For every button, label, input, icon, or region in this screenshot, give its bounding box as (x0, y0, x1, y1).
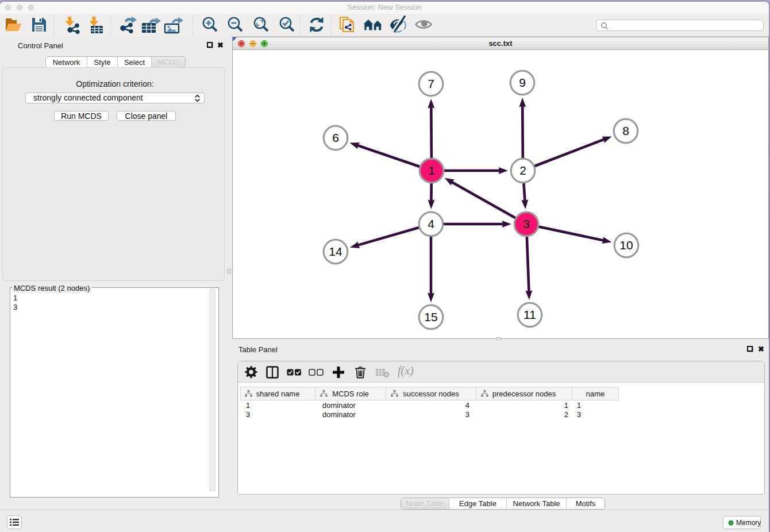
svg-text:2: 2 (519, 164, 526, 177)
svg-text:10: 10 (619, 238, 633, 252)
svg-text:6: 6 (332, 131, 339, 144)
svg-text:11: 11 (523, 308, 536, 321)
svg-text:4: 4 (428, 217, 434, 230)
svg-text:1: 1 (428, 164, 435, 177)
svg-text:8: 8 (622, 124, 629, 137)
svg-text:15: 15 (424, 310, 437, 323)
svg-text:7: 7 (428, 77, 434, 90)
svg-text:9: 9 (519, 76, 526, 89)
svg-text:14: 14 (329, 245, 342, 258)
svg-text:3: 3 (523, 217, 530, 230)
